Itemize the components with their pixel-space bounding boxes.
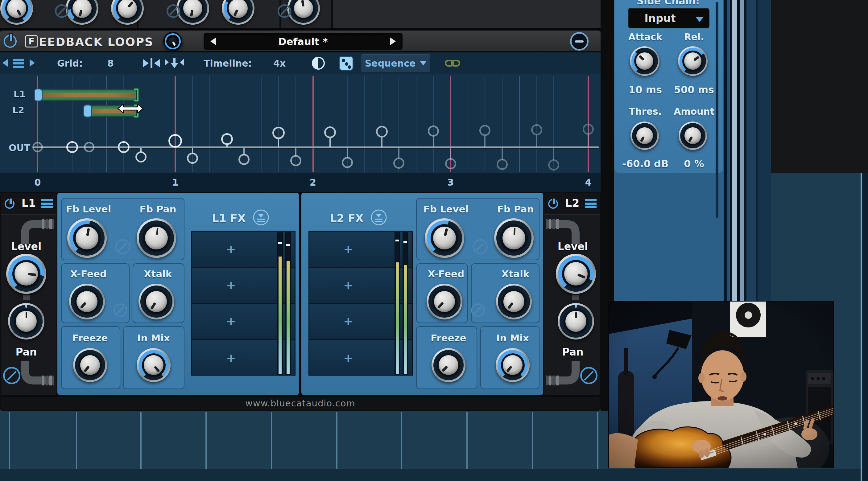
bypass-icon[interactable] xyxy=(115,239,130,254)
x-feed-knob[interactable] xyxy=(69,284,105,319)
xtalk-label: Xtalk xyxy=(488,268,543,279)
right-edge-column xyxy=(863,173,868,481)
in-mix-knob[interactable] xyxy=(496,348,530,382)
loop2-pan-knob[interactable] xyxy=(558,303,594,340)
loop2-level-knob[interactable] xyxy=(556,254,596,294)
window-rails xyxy=(724,0,771,301)
add-fx-button[interactable]: + xyxy=(309,304,387,339)
threshold-value: -60.0 dB xyxy=(618,158,673,169)
website-link[interactable]: www.bluecataudio.com xyxy=(245,398,355,409)
fb-level-label: Fb Level xyxy=(418,203,474,215)
xtalk-label: Xtalk xyxy=(130,268,186,279)
screen: Side Chain: Input Attack Rel. 10 ms 500 … xyxy=(0,0,868,481)
xtalk-knob[interactable] xyxy=(496,284,532,319)
right-edge-line xyxy=(861,173,862,481)
x-feed-label: X-Feed xyxy=(61,268,116,279)
in-mix-label: In Mix xyxy=(126,332,181,344)
knob-connector xyxy=(572,295,579,300)
loop1-fx-title: L1 FX xyxy=(198,212,260,224)
power-icon[interactable] xyxy=(5,199,14,209)
release-value: 500 ms xyxy=(666,84,722,96)
knob-connector xyxy=(23,295,30,300)
threshold-label: Thres. xyxy=(618,106,673,117)
loop2-panel-header: L2 xyxy=(544,193,600,215)
sidechain-input-value: Input xyxy=(629,9,691,28)
fb-level-knob[interactable] xyxy=(425,218,464,258)
add-fx-button[interactable]: + xyxy=(309,268,387,303)
amount-value: 0 % xyxy=(666,158,722,169)
freeze-knob[interactable] xyxy=(73,348,107,382)
release-label: Rel. xyxy=(666,31,722,42)
attack-label: Attack xyxy=(618,31,673,42)
freeze-knob[interactable] xyxy=(432,348,465,382)
sidechain-scrollbar[interactable] xyxy=(716,2,718,218)
loop1-panel-title: L1 xyxy=(19,197,39,210)
amount-label: Amount xyxy=(666,106,722,117)
loop1-pan-knob[interactable] xyxy=(8,303,44,340)
sidechain-input-select[interactable]: Input xyxy=(628,8,709,28)
loop1-side-panel: L1 Level Pan xyxy=(1,193,57,395)
x-feed-knob[interactable] xyxy=(427,284,462,319)
fx-load-icon[interactable] xyxy=(253,209,269,226)
loop2-panel-title: L2 xyxy=(562,197,582,210)
fb-level-knob[interactable] xyxy=(67,218,107,258)
sidechain-title: Side Chain: xyxy=(628,0,708,7)
level-label: Level xyxy=(6,241,46,253)
in-mix-knob[interactable] xyxy=(137,348,170,382)
loop1-panel-header: L1 xyxy=(1,193,57,215)
threshold-knob[interactable] xyxy=(630,122,659,150)
add-fx-button[interactable]: + xyxy=(309,340,387,376)
ruler-number: 4 xyxy=(581,177,596,188)
pan-label: Pan xyxy=(6,346,46,358)
freeze-label: Freeze xyxy=(421,332,476,344)
panel-divider xyxy=(299,193,301,395)
fb-pan-knob[interactable] xyxy=(494,218,534,258)
loop2-fx-title: L2 FX xyxy=(316,212,377,224)
loop2-side-panel: L2 Level Pan xyxy=(544,193,600,395)
menu-icon[interactable] xyxy=(585,199,596,208)
rail-scrollbar[interactable] xyxy=(732,0,737,301)
level-label: Level xyxy=(553,241,593,253)
attack-knob[interactable] xyxy=(630,46,659,76)
plugin-footer: www.bluecataudio.com xyxy=(1,395,600,410)
freeze-label: Freeze xyxy=(62,332,118,344)
add-fx-button[interactable]: + xyxy=(192,268,270,303)
add-fx-button[interactable]: + xyxy=(192,304,270,339)
add-fx-button[interactable]: + xyxy=(192,340,270,376)
topright-dark-area xyxy=(771,0,868,173)
xtalk-knob[interactable] xyxy=(138,284,174,319)
mute-icon[interactable] xyxy=(3,367,20,384)
ruler-number: 0 xyxy=(30,177,45,188)
bypass-icon[interactable] xyxy=(114,303,127,317)
menu-icon[interactable] xyxy=(41,199,53,208)
in-mix-label: In Mix xyxy=(485,332,540,344)
level-meter-right xyxy=(403,232,408,375)
fx-load-icon[interactable] xyxy=(370,209,387,226)
fb-pan-label: Fb Pan xyxy=(130,203,186,215)
video-overlay[interactable] xyxy=(609,301,833,468)
level-meter-right xyxy=(285,232,291,375)
mute-icon[interactable] xyxy=(580,367,597,384)
fb-pan-knob[interactable] xyxy=(137,218,176,258)
level-meter-left xyxy=(277,232,283,375)
bypass-icon[interactable] xyxy=(471,303,485,317)
add-fx-button[interactable]: + xyxy=(192,231,270,267)
level-meter-left xyxy=(395,232,400,375)
loop1-level-knob[interactable] xyxy=(6,254,46,294)
caret-down-icon xyxy=(695,17,704,22)
fb-pan-label: Fb Pan xyxy=(488,203,543,215)
fb-level-label: Fb Level xyxy=(61,203,116,215)
x-feed-label: X-Feed xyxy=(418,268,474,279)
ruler-number: 2 xyxy=(305,177,321,188)
pan-label: Pan xyxy=(553,346,593,358)
attack-value: 10 ms xyxy=(618,84,673,96)
release-knob[interactable] xyxy=(678,46,708,76)
add-fx-button[interactable]: + xyxy=(309,231,387,267)
resize-cursor-icon xyxy=(117,103,144,114)
power-icon[interactable] xyxy=(548,199,558,209)
amount-knob[interactable] xyxy=(679,122,707,150)
bypass-icon[interactable] xyxy=(473,239,488,254)
ruler-number: 3 xyxy=(443,177,458,188)
ruler-number: 1 xyxy=(167,177,183,188)
